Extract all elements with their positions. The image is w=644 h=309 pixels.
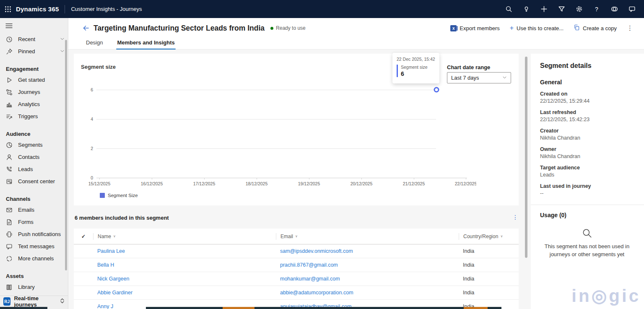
- member-country: India: [459, 248, 519, 254]
- chart-tooltip: 22 Dec 2025, 15:42 Segment size 6: [392, 53, 439, 83]
- table-row[interactable]: Abbie Gardiner abbie@adatumcorporation.c…: [74, 286, 519, 300]
- table-row[interactable]: Paulina Lee sam@ipsddev.onmicrosoft.com …: [74, 244, 519, 258]
- x-tick-label: 22/12/2025: [455, 181, 476, 186]
- tab-design[interactable]: Design: [81, 37, 108, 49]
- table-row[interactable]: Nick Gargeen mohankumar@gmail.com India: [74, 272, 519, 286]
- tab-members-and-insights[interactable]: Members and Insights: [112, 37, 179, 49]
- member-name[interactable]: Abbie Gardiner: [93, 290, 276, 296]
- sidebar-item-leads[interactable]: Leads: [0, 163, 68, 175]
- chevron-down-icon[interactable]: [60, 36, 65, 42]
- chevron-down-icon: ∨: [500, 234, 503, 238]
- sidebar-item-recent[interactable]: Recent: [0, 33, 68, 45]
- sidebar-item-triggers[interactable]: Triggers: [0, 110, 68, 122]
- search-icon[interactable]: [501, 1, 517, 18]
- member-name[interactable]: Anny J: [93, 304, 276, 309]
- sidebar-scrollbar[interactable]: [65, 40, 67, 270]
- legend-label: Segment Size: [108, 193, 138, 198]
- sidebar-item-journeys[interactable]: Journeys: [0, 86, 68, 98]
- site-navigation: Recent Pinned Engagement Get started Jou…: [0, 18, 68, 309]
- sidebar-item-text-messages[interactable]: Text messages: [0, 240, 68, 252]
- x-tick-label: 20/12/2025: [351, 181, 373, 186]
- person-icon: [6, 154, 13, 161]
- journey-route-icon: [6, 89, 13, 96]
- feedback-icon[interactable]: [624, 1, 640, 18]
- member-email[interactable]: sam@ipsddev.onmicrosoft.com: [276, 248, 459, 254]
- members-more-ellipsis[interactable]: ⋮: [510, 213, 521, 221]
- sidebar-item-more-channels[interactable]: More channels: [0, 252, 68, 265]
- add-icon[interactable]: [536, 1, 552, 18]
- x-tick-label: 16/12/2025: [141, 181, 163, 186]
- play-icon: [6, 77, 13, 83]
- collapse-nav-icon[interactable]: [0, 18, 68, 33]
- envelope-icon: [6, 207, 13, 213]
- waffle-menu-icon[interactable]: [0, 0, 16, 18]
- nav-section-channels: Channels: [0, 194, 68, 204]
- chat-bubble-icon: [6, 243, 13, 250]
- sidebar-item-forms[interactable]: Forms: [0, 216, 68, 228]
- gridline: [96, 90, 436, 90]
- chevron-down-icon: ∨: [295, 234, 298, 238]
- page-header: Targeting Manufacturing Sector Leads fro…: [68, 18, 644, 49]
- column-header-country[interactable]: Country/Region∨: [459, 233, 519, 240]
- select-all-check-icon[interactable]: ✓: [74, 234, 93, 239]
- chevron-down-icon: ∨: [113, 234, 116, 238]
- sidebar-item-pinned[interactable]: Pinned: [0, 45, 68, 57]
- help-icon[interactable]: ?: [589, 1, 605, 18]
- sidebar-item-contacts[interactable]: Contacts: [0, 151, 68, 163]
- chart-date-range-label: Chart date range: [447, 64, 490, 70]
- pin-icon: [6, 48, 13, 55]
- excel-icon: x: [450, 25, 457, 31]
- app-name[interactable]: Dynamics 365: [16, 5, 59, 13]
- area-switcher-label: Real-time journeys: [14, 295, 57, 308]
- sidebar-item-get-started[interactable]: Get started: [0, 74, 68, 86]
- x-tick-label: 18/12/2025: [246, 181, 268, 186]
- member-email[interactable]: anujasujatajadhav@gmail.com: [276, 304, 459, 309]
- back-arrow-icon[interactable]: [81, 23, 91, 33]
- details-title: Segment details: [540, 62, 634, 70]
- tooltip-datetime: 22 Dec 2025, 15:42: [397, 57, 435, 62]
- x-tick-label: 19/12/2025: [298, 181, 320, 186]
- tooltip-series-bar: [397, 65, 398, 77]
- gridline: [96, 148, 436, 149]
- member-country: India: [459, 304, 519, 309]
- more-commands-ellipsis[interactable]: ⋮: [623, 23, 637, 34]
- table-row[interactable]: Bella H prachii.8767@gmail.com India: [74, 258, 519, 272]
- table-row[interactable]: Anny J anujasujatajadhav@gmail.com India: [74, 300, 519, 309]
- dynamics-apps-icon[interactable]: [606, 1, 622, 18]
- area-switcher[interactable]: RJ Real-time journeys: [0, 296, 68, 307]
- panel-divider: [531, 205, 644, 205]
- column-header-email[interactable]: Email∨: [276, 233, 459, 240]
- segments-pie-icon: [6, 142, 13, 148]
- chart-title: Segment size: [81, 64, 116, 70]
- sidebar-item-push-notifications[interactable]: Push notifications: [0, 228, 68, 240]
- lightbulb-icon[interactable]: [518, 1, 534, 18]
- x-tick-label: 21/12/2025: [403, 181, 425, 186]
- use-this-to-create-button[interactable]: + Use this to create...: [506, 23, 568, 34]
- chart-date-range-select[interactable]: Last 7 days: [447, 72, 511, 83]
- sidebar-item-emails[interactable]: Emails: [0, 204, 68, 216]
- member-name[interactable]: Nick Gargeen: [93, 276, 276, 282]
- column-header-name[interactable]: Name∨: [93, 233, 276, 240]
- settings-gear-icon[interactable]: [571, 1, 587, 18]
- export-members-button[interactable]: x Export members: [446, 23, 504, 34]
- sidebar-item-analytics[interactable]: Analytics: [0, 98, 68, 110]
- sidebar-item-consent-center[interactable]: Consent center: [0, 175, 68, 187]
- segment-size-chart-card: Segment size 6 4 2 0 15/12/2025 16/12/20…: [74, 54, 519, 205]
- member-name[interactable]: Bella H: [93, 262, 276, 268]
- filter-icon[interactable]: [553, 1, 569, 18]
- main-scrollbar[interactable]: [525, 57, 527, 258]
- field-last-refreshed: Last refreshed 22/12/2025, 15:42:23: [540, 109, 634, 122]
- sidebar-item-library[interactable]: Library: [0, 281, 68, 293]
- sidebar-item-segments[interactable]: Segments: [0, 139, 68, 151]
- y-tick-label: 4: [81, 117, 93, 122]
- member-email[interactable]: mohankumar@gmail.com: [276, 276, 459, 282]
- top-app-bar: Dynamics 365 Customer Insights - Journey…: [0, 0, 644, 18]
- member-name[interactable]: Paulina Lee: [93, 248, 276, 254]
- chart-data-point[interactable]: [434, 87, 439, 93]
- app-area-name[interactable]: Customer Insights - Journeys: [71, 6, 142, 12]
- member-email[interactable]: abbie@adatumcorporation.com: [276, 290, 459, 296]
- create-a-copy-button[interactable]: Create a copy: [569, 22, 621, 34]
- chevron-down-icon[interactable]: [60, 48, 65, 55]
- member-email[interactable]: prachii.8767@gmail.com: [276, 262, 459, 268]
- x-axis-labels: 15/12/2025 16/12/2025 17/12/2025 18/12/2…: [74, 181, 476, 187]
